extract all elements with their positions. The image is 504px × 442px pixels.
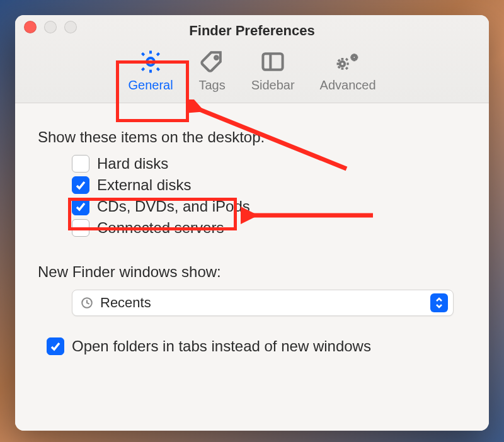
- window-titlebar: Finder Preferences General: [15, 15, 489, 103]
- sidebar-icon: [259, 48, 287, 76]
- hard-disks-row[interactable]: Hard disks: [72, 155, 466, 173]
- new-window-label: New Finder windows show:: [38, 263, 466, 281]
- select-chevrons-icon: [430, 293, 448, 312]
- show-on-desktop-label: Show these items on the desktop:: [38, 128, 466, 146]
- gears-icon: [333, 48, 363, 76]
- new-window-select[interactable]: Recents: [72, 290, 454, 316]
- svg-point-4: [340, 62, 345, 67]
- svg-point-1: [215, 56, 218, 59]
- cds-dvds-ipods-checkbox[interactable]: [72, 198, 89, 215]
- cds-dvds-ipods-label: CDs, DVDs, and iPods: [97, 198, 250, 215]
- external-disks-label: External disks: [97, 176, 191, 194]
- svg-point-5: [353, 55, 356, 59]
- hard-disks-checkbox[interactable]: [72, 155, 89, 173]
- maximize-button[interactable]: [64, 21, 77, 33]
- gear-icon: [137, 48, 164, 76]
- finder-preferences-window: Finder Preferences General: [15, 15, 489, 431]
- tab-sidebar[interactable]: Sidebar: [248, 45, 299, 95]
- hard-disks-label: Hard disks: [97, 155, 168, 173]
- connected-servers-row[interactable]: Connected servers: [72, 219, 466, 237]
- open-folders-row[interactable]: Open folders in tabs instead of new wind…: [47, 337, 466, 355]
- open-folders-checkbox[interactable]: [47, 337, 64, 355]
- external-disks-checkbox[interactable]: [72, 176, 89, 194]
- desktop-background: Finder Preferences General: [0, 0, 504, 442]
- tab-tags-label: Tags: [199, 78, 226, 93]
- minimize-button[interactable]: [44, 21, 57, 33]
- tab-tags[interactable]: Tags: [195, 45, 230, 95]
- preferences-content: Show these items on the desktop: Hard di…: [15, 103, 489, 431]
- svg-point-0: [147, 58, 154, 65]
- preferences-toolbar: General Tags: [24, 45, 480, 99]
- svg-rect-2: [263, 54, 283, 70]
- external-disks-row[interactable]: External disks: [72, 176, 466, 194]
- window-title: Finder Preferences: [24, 23, 480, 39]
- open-folders-label: Open folders in tabs instead of new wind…: [72, 337, 371, 355]
- tab-general[interactable]: General: [124, 45, 176, 95]
- clock-icon: [80, 296, 94, 310]
- tag-icon: [198, 48, 226, 76]
- connected-servers-checkbox[interactable]: [72, 219, 89, 237]
- tab-advanced-label: Advanced: [320, 78, 376, 93]
- close-button[interactable]: [24, 21, 37, 33]
- tab-advanced[interactable]: Advanced: [316, 45, 380, 95]
- tab-general-label: General: [128, 78, 173, 93]
- connected-servers-label: Connected servers: [97, 219, 224, 237]
- new-window-selected: Recents: [100, 295, 151, 311]
- tab-sidebar-label: Sidebar: [251, 78, 295, 93]
- cds-dvds-ipods-row[interactable]: CDs, DVDs, and iPods: [72, 198, 466, 215]
